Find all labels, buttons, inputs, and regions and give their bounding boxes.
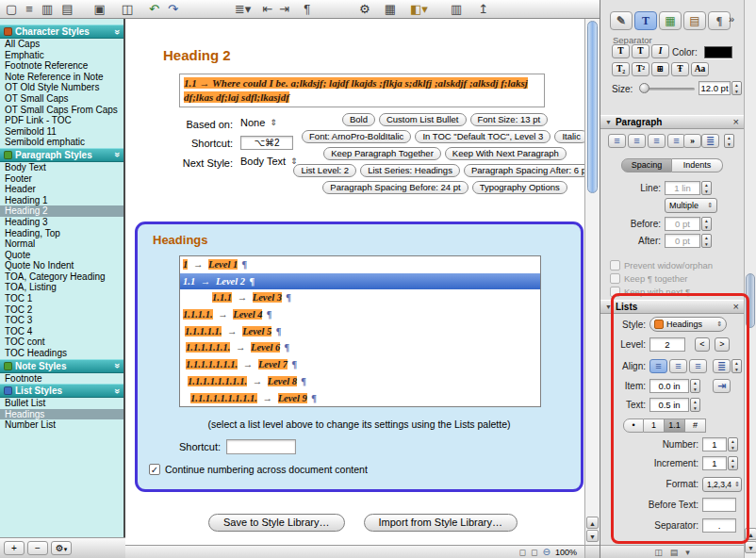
level-previous-button[interactable]: < [695,337,710,352]
collapse-chevron-icon[interactable]: » [112,29,122,35]
draft-view-icon[interactable]: ▤ [61,1,73,18]
item-indent-value[interactable]: 0.0 in [649,379,689,393]
sidebar-item[interactable]: Number List [0,419,123,431]
section-header-note-styles[interactable]: Note Styles » [0,359,123,373]
prevent-widow-orphan-checkbox[interactable] [610,260,620,271]
scroll-up-arrow[interactable]: ▲ [586,517,599,529]
collapse-chevron-icon[interactable]: » [112,153,122,158]
sidebar-item[interactable]: Bullet List [0,398,123,409]
sidebar-item[interactable]: Heading, Top [0,228,123,239]
continue-numbering-checkbox[interactable]: ✓ [149,464,160,475]
tab-spacing[interactable]: Spacing [621,158,672,172]
superscript-button[interactable]: T² [632,62,649,76]
style-attribute-pill[interactable]: Font Size: 13 pt [470,113,549,126]
sidebar-item[interactable]: TOC Headings [0,348,123,359]
style-attribute-pill[interactable]: Typography Options [472,181,567,194]
zoom-out-icon[interactable]: ⊖ [543,547,551,557]
palette-scrollbar[interactable]: ▲ ▼ [744,0,756,558]
sidebar-item[interactable]: All Caps [0,39,123,50]
text-style-tab[interactable]: T [634,11,657,30]
close-icon[interactable]: × [733,302,739,312]
slider-thumb[interactable] [639,83,649,93]
number-value[interactable]: 1 [702,437,727,451]
style-sheet-icon[interactable]: ≡ [25,1,33,18]
highlight-color-icon[interactable]: ◧▾ [410,1,428,18]
disclosure-triangle-icon[interactable]: ▼ [605,304,612,310]
list-level-row[interactable]: 1.1.1 → Level 3 ¶ [180,289,540,306]
style-attribute-pill[interactable]: List Series: Headings [360,164,460,177]
list-number-style-segment[interactable]: # [685,418,706,433]
style-attribute-pill[interactable]: Italic [554,130,588,143]
style-attribute-pill[interactable]: Custom List Bullet [379,113,467,126]
style-attribute-pill[interactable]: Keep With Next Paragraph [445,147,567,160]
style-attribute-pill[interactable]: Paragraph Spacing After: 6 pt [464,164,597,177]
list-align-center-button[interactable]: ≡ [669,359,687,373]
strikethrough-button[interactable]: Ŧ [671,62,689,76]
list-number-style-segment[interactable]: 1.1 [665,418,685,433]
sidebar-item[interactable]: TOC 2 [0,304,123,316]
style-attribute-pill[interactable]: In TOC "Default TOC", Level 3 [415,130,551,143]
palette-scroll-down-arrow[interactable]: ▼ [745,541,756,553]
invisibles-icon[interactable]: ¶ [304,1,310,18]
list-shortcut-input[interactable] [226,439,296,454]
document-scrollbar[interactable]: ▲ ▼ [584,19,600,545]
sidebar-item[interactable]: Heading 2 [0,205,123,217]
book-tab[interactable]: ▤ [683,11,706,30]
redo-icon[interactable]: ↷ [168,1,178,18]
sidebar-item[interactable]: TOA, Category Heading [0,271,123,283]
sidebar-item[interactable]: Quote [0,250,123,261]
align-center-button[interactable]: ≡ [628,134,646,148]
list-number-style-segment[interactable]: • [623,418,644,433]
list-level-row[interactable]: 1.1.1.1.1.1.1.1.1. → Level 9 ¶ [180,390,540,407]
size-stepper[interactable]: ▴▾ [731,81,742,95]
based-on-popup[interactable]: None ⇕ [240,117,277,128]
table-tab[interactable]: ▦ [659,11,682,30]
window-icon[interactable]: ▢ [6,1,17,18]
decrease-indent-icon[interactable]: ⇤ [262,1,272,18]
tab-indents[interactable]: Indents [672,158,723,172]
section-header-list-styles[interactable]: List Styles » [0,384,123,398]
list-level-row[interactable]: 1.1.1.1.1.1.1.1. → Level 8 ¶ [180,373,540,390]
list-level-row[interactable]: 1.1 → Level 2 ¶ [180,273,540,290]
collapse-chevron-icon[interactable]: » [112,363,122,369]
text-indent-value[interactable]: 0.5 in [649,398,689,412]
list-level-row[interactable]: 1 → Level 1 ¶ [180,256,540,273]
style-attribute-pill[interactable]: Font: ArnoPro-BoldItalic [302,130,411,143]
before-stepper[interactable]: ▴▾ [701,217,712,231]
before-value[interactable]: 0 pt [665,217,700,231]
line-mode-popup[interactable]: Multiple ⇕ [665,198,717,213]
shortcut-input[interactable]: ⌥⌘2 [240,136,293,150]
character-spacing-button[interactable]: ⊞ [651,62,669,76]
print-icon[interactable]: ▣ [93,1,105,18]
save-to-library-button[interactable]: Save to Style Library… [208,514,345,532]
style-attribute-pill[interactable]: List Level: 2 [293,164,356,177]
list-align-right-button[interactable]: ≡ [689,359,707,373]
list-spacing-button[interactable]: ≣ [713,359,731,373]
table-icon[interactable]: ▦ [385,1,396,18]
page-view-mode-icon[interactable]: ◻ [519,548,526,557]
sidebar-item[interactable]: TOC 3 [0,315,123,326]
import-from-library-button[interactable]: Import from Style Library… [364,514,518,532]
sidebar-item[interactable]: Footer [0,173,123,185]
facing-pages-icon[interactable]: ◻ [531,548,537,557]
size-value[interactable]: 12.0 pt [698,81,731,95]
export-icon[interactable]: ↥ [478,1,488,18]
after-stepper[interactable]: ▴▾ [701,234,712,248]
style-actions-gear-button[interactable]: ⚙▾ [51,541,72,555]
sidebar-item[interactable]: Quote No Indent [0,260,123,271]
line-stepper[interactable]: ▴▾ [701,181,712,195]
line-spacing-button[interactable]: ≣ [701,134,719,148]
save-icon[interactable]: ◫ [122,1,133,18]
sidebar-item[interactable]: Normal [0,238,123,250]
align-right-button[interactable]: ≡ [648,134,666,148]
palette-scroll-up-arrow[interactable]: ▲ [745,528,756,540]
pencil-tool-tab[interactable]: ✎ [610,11,633,30]
sidebar-item[interactable]: Footnote [0,373,123,385]
subscript-button[interactable]: T₂ [612,62,630,76]
list-align-left-button[interactable]: ≡ [649,359,667,373]
palette-layout-icon[interactable]: ▤ [670,548,679,557]
item-tab-button[interactable]: ⇥ [713,379,731,393]
sidebar-item[interactable]: Headings [0,409,123,420]
sidebar-item[interactable]: OT Small Caps From Caps [0,105,123,116]
line-spacing-stepper[interactable]: ▴▾ [724,134,734,148]
